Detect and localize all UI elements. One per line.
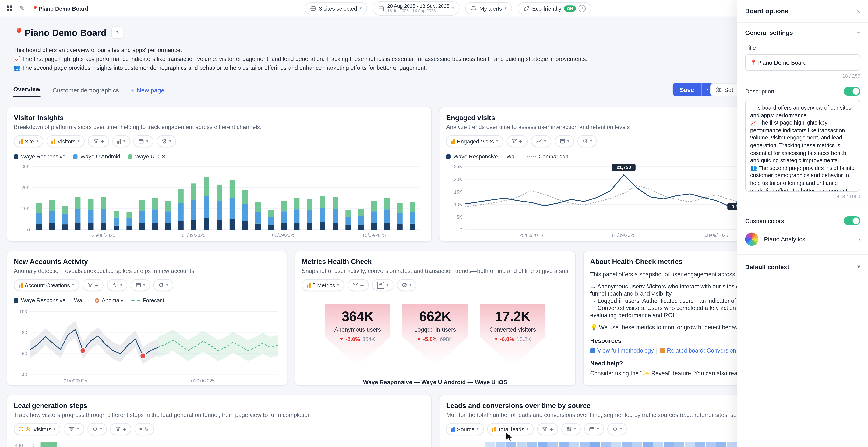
filter-chip[interactable]: + — [506, 135, 527, 147]
legend-item: Waye Responsive — [14, 153, 65, 159]
color-theme-row[interactable]: Piano Analytics › — [745, 232, 860, 246]
heatmap-cell — [674, 442, 684, 447]
card-subtitle: Breakdown of platform visitors over time… — [14, 123, 425, 130]
methodology-link[interactable]: View full methodology — [597, 347, 654, 354]
metric-chip-visitors[interactable]: Visitors▾ — [14, 423, 60, 435]
page-title: 📍Piano Demo Board — [13, 27, 106, 38]
tab-customer-demographics[interactable]: Customer demographics — [53, 87, 119, 97]
chart-type-chip[interactable]: ▾ — [561, 423, 581, 435]
gear-icon: ⚙ — [402, 282, 407, 288]
filter-chip[interactable]: + — [537, 423, 558, 435]
chevron-down-icon: ▾ — [590, 139, 592, 143]
leaf-icon — [523, 5, 529, 11]
new-page-button[interactable]: +New page — [131, 87, 164, 97]
legend-swatch — [14, 154, 18, 159]
pulse-icon — [112, 282, 118, 288]
heatmap-cell — [716, 442, 726, 447]
date-range-primary: 20 Aug 2025 - 18 Sept 2025 — [387, 3, 449, 9]
eco-friendly-label: Eco-friendly — [532, 5, 561, 11]
annotate-chip[interactable]: ✎ — [135, 423, 154, 435]
funnel-axis-tick: 400 — [15, 443, 23, 447]
filter-chip[interactable]: + — [88, 135, 109, 147]
options-chip[interactable]: ⚙▾ — [157, 135, 176, 147]
chevron-right-icon: › — [858, 236, 861, 243]
legend-item: Comparison — [527, 153, 568, 159]
down-triangle-icon — [494, 338, 498, 341]
options-chip[interactable]: ⚙▾ — [608, 423, 627, 435]
apps-grid-icon[interactable] — [7, 5, 12, 11]
chevron-down-icon: ▾ — [337, 283, 339, 287]
svg-text:15K: 15K — [454, 189, 462, 195]
period-chip[interactable]: ▾ — [134, 135, 153, 147]
my-alerts-button[interactable]: My alerts ▾ — [465, 2, 512, 14]
chevron-down-icon: ▾ — [166, 283, 168, 287]
chip-toolbar: Site▾ Visitors▾ + ▾ ▾ ⚙▾ — [14, 135, 425, 147]
theme-name: Piano Analytics — [764, 236, 805, 243]
chevron-down-icon: ▾ — [169, 139, 171, 143]
chart-legend: Waye Responsive — Wa... Anomaly Forecast — [14, 297, 280, 304]
general-settings-section[interactable]: General settings − — [745, 29, 860, 36]
metric-chip-visitors[interactable]: Visitors▾ — [46, 135, 85, 147]
eco-friendly-toggle[interactable]: Eco-friendly ON i — [518, 2, 591, 14]
board-options-panel: Board options × General settings − Title… — [737, 0, 868, 447]
period-chip[interactable]: ▾ — [130, 279, 150, 291]
heatmap-cell — [569, 442, 579, 447]
legend-item: Anomaly — [94, 297, 123, 304]
options-chip[interactable]: ⚙▾ — [578, 135, 597, 147]
options-chip[interactable]: ⚙▾ — [87, 423, 107, 435]
period-chip[interactable]: ▾ — [554, 135, 574, 147]
new-page-label: New page — [137, 87, 164, 94]
divider — [737, 207, 868, 208]
info-icon[interactable]: i — [579, 5, 586, 12]
filter-chip[interactable]: + — [110, 423, 131, 435]
related-board-link[interactable]: Related board: Conversion Dee — [667, 347, 748, 354]
stacked-bar-chart: 010K20K30K25/08/202501/09/202508/09/2025… — [14, 162, 425, 241]
collapse-minus-icon[interactable]: − — [857, 29, 861, 36]
kpi-value: 662K — [397, 305, 473, 324]
dimension-chip-source[interactable]: Source▾ — [446, 423, 484, 435]
piano-analytics-dashboard: ✎ 📍Piano Demo Board 3 sites selected ▾ 2… — [0, 0, 868, 447]
close-icon[interactable]: × — [856, 7, 860, 15]
segment-ring-icon — [19, 427, 23, 431]
options-chip[interactable]: ⚙▾ — [154, 279, 173, 291]
metric-icon — [492, 426, 496, 432]
heatmap-cell — [632, 442, 642, 447]
tab-overview[interactable]: Overview — [13, 86, 40, 97]
options-chip[interactable]: ⚙▾ — [397, 279, 416, 291]
dimension-chip-site[interactable]: Site▾ — [14, 135, 43, 147]
pen-icon: ✎ — [144, 426, 149, 432]
new-accounts-chart: 4K6K8K10K!!01/09/202501/10/2025 — [14, 306, 281, 385]
chevron-down-icon: ▾ — [77, 427, 79, 431]
chart-type-chip[interactable]: ▾ — [531, 135, 551, 147]
save-split-button[interactable]: Save ▾ — [673, 83, 713, 96]
metric-chip-engaged-visits[interactable]: Engaged Visits▾ — [446, 135, 503, 147]
svg-text:25K: 25K — [454, 164, 462, 169]
anomaly-chip[interactable]: ▾ — [107, 279, 127, 291]
save-button[interactable]: Save — [673, 83, 701, 96]
sites-selector[interactable]: 3 sites selected ▾ — [305, 2, 367, 14]
board-description-textarea[interactable]: This board offers an overview of our sit… — [745, 100, 860, 192]
chart-type-chip[interactable]: ▾ — [113, 135, 130, 147]
edit-icon[interactable]: ✎ — [19, 5, 24, 12]
default-context-section[interactable]: Default context ▾ — [745, 263, 860, 270]
board-title-input[interactable] — [745, 54, 860, 71]
legend-item: Waye U Android — [73, 153, 120, 159]
period-chip[interactable]: ▾ — [584, 423, 604, 435]
chart-type-chip[interactable]: ▾ — [64, 423, 84, 435]
heatmap-cell — [559, 442, 568, 447]
kpi-label: Anonymous users — [319, 326, 396, 333]
filter-chip[interactable]: + — [82, 279, 103, 291]
display-type-chip[interactable]: #▾ — [372, 279, 394, 291]
filter-chip[interactable]: + — [347, 279, 369, 291]
custom-colors-toggle[interactable] — [844, 217, 861, 225]
svg-text:0: 0 — [460, 227, 462, 232]
date-range-selector[interactable]: 20 Aug 2025 - 18 Sept 2025 16 Jul 2025 -… — [373, 1, 460, 15]
metric-chip-5-metrics[interactable]: 5 Metrics▾ — [302, 279, 344, 291]
line-chart-icon — [536, 138, 542, 144]
board-description: This board offers an overview of our sit… — [13, 45, 728, 72]
card-visitor-insights: Visitor Insights Breakdown of platform v… — [7, 107, 432, 242]
edit-title-button[interactable]: ✎ — [112, 27, 124, 39]
metric-chip-account-creations[interactable]: Account Creations▾ — [14, 279, 79, 291]
description-toggle[interactable] — [844, 87, 861, 96]
color-wheel-icon — [745, 232, 758, 246]
